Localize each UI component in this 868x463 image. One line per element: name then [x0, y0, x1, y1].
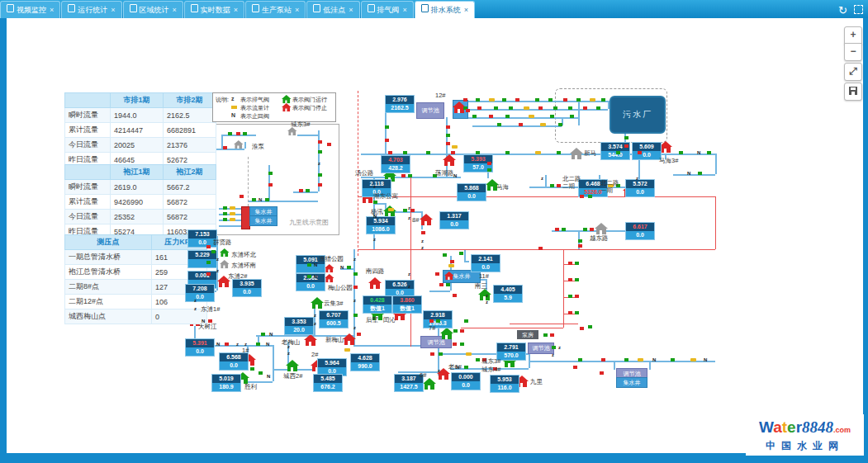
station-running-house-icon[interactable]: [440, 328, 453, 339]
station-running-house-icon[interactable]: [220, 248, 230, 257]
value-box[interactable]: 7.2080.0: [185, 284, 215, 302]
tab-close-icon[interactable]: ×: [111, 6, 115, 14]
valve-open-green-icon: [403, 209, 407, 212]
value-box[interactable]: 1.3170.0: [439, 211, 469, 229]
tab-page-icon: [252, 4, 259, 12]
save-button[interactable]: [844, 83, 862, 101]
tab-label: 排气阀: [377, 6, 400, 14]
value-box[interactable]: 5.3910.0: [185, 338, 215, 357]
air-valve-icon: z: [373, 238, 376, 242]
value-box[interactable]: 6.707600.5: [319, 310, 349, 328]
tab-close-icon[interactable]: ×: [295, 6, 299, 14]
station-running-house-icon[interactable]: [311, 297, 324, 309]
valve-open-green-icon: [509, 106, 513, 110]
station-stopped-house-icon[interactable]: [444, 272, 454, 280]
fit-view-button[interactable]: ⤢: [844, 63, 862, 81]
zoom-out-button[interactable]: −: [844, 43, 862, 61]
valve-closed-red-icon: [580, 195, 584, 198]
flow-value: 0.0: [188, 239, 216, 247]
station-stopped-house-icon[interactable]: [325, 274, 334, 282]
pressure-value: 2.118: [363, 180, 391, 188]
value-box[interactable]: 2.9762162.5: [385, 95, 415, 113]
value-box[interactable]: 3.860数值1: [392, 295, 422, 314]
table-row: 瞬时流量1944.02162.5: [65, 108, 216, 123]
tab-排水系统[interactable]: 排水系统×: [415, 1, 475, 18]
valve-closed-red-icon: [430, 352, 434, 356]
tab-close-icon[interactable]: ×: [234, 6, 238, 14]
value-box[interactable]: 5.5720.0: [625, 179, 655, 197]
tab-实时数据[interactable]: 实时数据×: [184, 1, 244, 18]
station-stopped-house-icon[interactable]: [343, 333, 356, 345]
flow-meter-icon: [344, 348, 350, 352]
pipe: [673, 174, 715, 176]
station-stopped-house-icon[interactable]: [304, 334, 317, 346]
tab-label: 生产泵站: [262, 6, 292, 14]
tab-排气阀[interactable]: 排气阀×: [361, 1, 414, 18]
station-house-icon[interactable]: [234, 140, 244, 149]
value-box[interactable]: 4.628990.0: [350, 353, 380, 371]
valve-closed-red-icon: [223, 146, 227, 149]
tab-close-icon[interactable]: ×: [173, 6, 177, 14]
valve-open-green-icon: [502, 98, 506, 102]
value-box[interactable]: 6.5680.0: [219, 352, 249, 371]
value-box[interactable]: 2.791570.0: [496, 343, 526, 361]
value-box[interactable]: 3.9350.0: [232, 279, 262, 297]
valve-closed-red-icon: [318, 183, 322, 187]
value-box[interactable]: 5.019180.9: [211, 374, 241, 392]
value-box[interactable]: 6.6170.0: [625, 222, 655, 240]
node-label: 城东3#: [481, 358, 500, 366]
tab-close-icon[interactable]: ×: [50, 6, 54, 14]
station-stopped-house-icon[interactable]: [420, 214, 433, 225]
valve-open-green-icon: [223, 218, 227, 221]
tab-运行统计[interactable]: 运行统计×: [61, 1, 121, 18]
flow-value: 428.2: [382, 164, 410, 172]
pipe: [297, 135, 318, 136]
valve-open-green-icon: [601, 98, 605, 102]
value-box[interactable]: 4.703428.2: [381, 155, 410, 173]
air-valve-icon: z: [408, 285, 410, 289]
value-box[interactable]: 5.6090.0: [632, 142, 662, 160]
value-box[interactable]: 5.485676.2: [313, 374, 343, 392]
value-box[interactable]: 3.35320.0: [284, 317, 314, 335]
pressure-value: 0.000: [452, 373, 480, 381]
station-house-icon[interactable]: [595, 223, 608, 234]
tab-生产泵站[interactable]: 生产泵站×: [245, 1, 306, 18]
station-house-icon[interactable]: [570, 148, 583, 159]
value-box[interactable]: 5.9341086.0: [366, 216, 396, 234]
valve-closed-red-icon: [624, 144, 628, 148]
value-box[interactable]: 5.8680.0: [457, 183, 486, 201]
tab-视频监控[interactable]: 视频监控×: [0, 1, 60, 18]
table-cell: 瞬时流量: [65, 108, 111, 123]
station-running-house-icon[interactable]: [423, 378, 436, 390]
station-stopped-house-icon[interactable]: [443, 154, 456, 166]
fullscreen-icon[interactable]: [854, 5, 863, 14]
logo-letter: a: [773, 418, 782, 436]
tab-close-icon[interactable]: ×: [349, 6, 353, 14]
station-running-house-icon[interactable]: [478, 289, 491, 300]
valve-open-green-icon: [259, 371, 263, 375]
tab-close-icon[interactable]: ×: [464, 6, 468, 14]
valve-open-green-icon: [464, 366, 468, 369]
zoom-in-button[interactable]: +: [844, 26, 862, 45]
valve-open-green-icon: [256, 343, 260, 346]
station-stopped-house-icon[interactable]: [325, 264, 334, 272]
station-running-house-icon[interactable]: [286, 360, 299, 371]
valve-closed-red-icon: [568, 278, 572, 281]
refresh-icon[interactable]: ↻: [838, 5, 847, 17]
valve-open-green-icon: [476, 358, 480, 361]
value-box[interactable]: 0.0000.0: [451, 372, 481, 390]
value-box[interactable]: 4.4055.9: [493, 285, 523, 303]
flow-meter-icon: [230, 206, 235, 210]
valve-open-green-icon: [535, 98, 539, 102]
station-house-icon[interactable]: [220, 260, 230, 268]
value-box[interactable]: 0.428数值1: [363, 295, 392, 314]
value-box[interactable]: 2.1410.0: [471, 254, 500, 272]
air-valve-icon: z: [552, 353, 554, 357]
tab-close-icon[interactable]: ×: [403, 6, 407, 14]
logo-letter: e: [787, 418, 796, 436]
value-box[interactable]: 5.953116.0: [490, 375, 519, 393]
station-stopped-house-icon[interactable]: [368, 277, 382, 289]
tab-strip: 视频监控×运行统计×区域统计×实时数据×生产泵站×低洼点×排气阀×排水系统× ↻: [0, 0, 868, 18]
tab-低洼点[interactable]: 低洼点×: [306, 1, 359, 18]
tab-区域统计[interactable]: 区域统计×: [123, 1, 183, 18]
